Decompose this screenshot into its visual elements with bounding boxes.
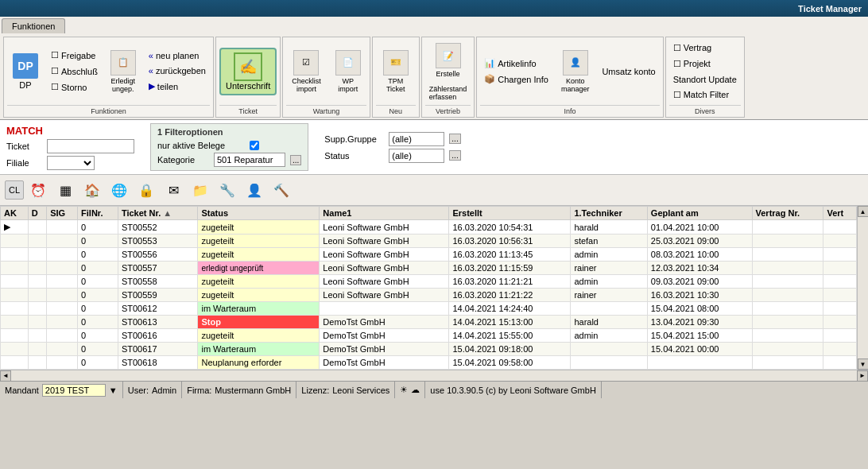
dp-button[interactable]: DP DP [7,49,44,94]
table-row[interactable]: 0ST00559zugeteiltLeoni Software GmbH16.0… [1,289,857,302]
col-vertrag: Vertrag Nr. [752,207,823,220]
standort-update-button[interactable]: Standort Update [669,72,741,87]
vertrag-button[interactable]: ☐ Vertrag [669,41,741,56]
table-row[interactable]: 0ST00616zugeteiltDemoTst GmbH14.04.2021 … [1,329,857,343]
scroll-right-button[interactable]: ► [857,370,868,382]
storno-button[interactable]: ☐ Storno [47,79,102,95]
user-segment: User: Admin [123,382,182,398]
wrench-icon-button[interactable]: 🔧 [215,177,240,203]
freigabe-checkbox: ☐ [51,50,59,60]
neu-planen-button[interactable]: « neu planen [145,48,210,63]
table-cell: harald [571,220,647,234]
mandant-dropdown-icon[interactable]: ▼ [109,386,118,395]
scroll-up-button[interactable]: ▲ [858,206,869,217]
match-filter-button[interactable]: ☐ Match Filter [669,87,741,103]
folder-icon-button[interactable]: 📁 [188,177,213,203]
tab-row: Funktionen [0,17,868,33]
freigabe-button[interactable]: ☐ Freigabe [47,48,102,63]
table-header-row: AK D SIG FilNr. Ticket Nr. ▲ Status Name… [1,207,857,220]
table-container[interactable]: AK D SIG FilNr. Ticket Nr. ▲ Status Name… [0,206,857,370]
table-cell: Neuplanung erforder [198,356,320,370]
ribbon-group-wartung: ☑ Checklistimport 📄 WPimport Wartung [282,37,370,118]
erledigt-ungep-button[interactable]: 📋 Erledigtungep. [105,46,141,97]
vertrieb-items: 📝 Erstelle Zählerstanderfassen [425,39,471,103]
funktionen-tab[interactable]: Funktionen [2,18,65,33]
toolbar-area: Funktionen DP DP ☐ Freigabe ☐ [0,17,868,120]
dp-icon: DP [13,53,38,79]
supp-gruppe-input[interactable] [389,132,444,146]
user-icon-button[interactable]: 👤 [242,177,267,203]
table-row[interactable]: 0ST00556zugeteiltLeoni Software GmbH16.0… [1,248,857,262]
col-d: D [28,207,47,220]
table-cell [28,302,47,316]
konto-manager-button[interactable]: 👤 Kontomanager [556,46,595,97]
erstelle-button[interactable]: 📝 Erstelle [425,39,471,82]
wp-import-button[interactable]: 📄 WPimport [330,46,366,97]
kategorie-input[interactable] [214,153,285,167]
nur-aktive-label: nur aktive Belege [157,141,245,150]
table-cell [1,316,29,329]
table-row[interactable]: 0ST00553zugeteiltLeoni Software GmbH16.0… [1,234,857,248]
kategorie-expand-button[interactable]: ... [290,155,301,165]
table-cell [28,234,47,248]
wp-col: 📄 WPimport [330,46,366,97]
table-cell: Leoni Software GmbH [320,234,449,248]
checklist-import-button[interactable]: ☑ Checklistimport [286,46,327,97]
table-row[interactable]: 0ST00617im WarteraumDemoTst GmbH15.04.20… [1,343,857,356]
scroll-htrack[interactable] [11,370,857,381]
home-icon-button[interactable]: 🏠 [79,177,105,203]
teilen-button[interactable]: ▶ teilen [145,79,210,94]
table-row[interactable]: 0ST00618Neuplanung erforderDemoTst GmbH1… [1,356,857,370]
projekt-button[interactable]: ☐ Projekt [669,56,741,72]
unterschrift-label: Unterschrift [226,81,270,91]
chargen-info-button[interactable]: 📦 Chargen Info [480,72,552,87]
ticket-input[interactable] [47,139,134,153]
table-cell [647,356,752,370]
supp-gruppe-expand-button[interactable]: ... [449,134,460,144]
status-input[interactable] [389,149,444,163]
table-row[interactable]: 0ST00558zugeteiltLeoni Software GmbH16.0… [1,275,857,289]
table-row[interactable]: 0ST00612im Warteraum14.04.2021 14:24:401… [1,302,857,316]
artikelinfo-button[interactable]: 📊 Artikelinfo [480,56,552,71]
tool-icon-button[interactable]: 🔨 [269,177,294,203]
col-ticket: Ticket Nr. ▲ [118,207,198,220]
table-cell [28,316,47,329]
umsatz-konto-button[interactable]: Umsatz konto [598,64,659,79]
horizontal-scrollbar[interactable]: ◄ ► [0,370,868,381]
table-cell [752,262,823,275]
table-cell [47,262,78,275]
table-row[interactable]: 0ST00613StopDemoTst GmbH14.04.2021 15:13… [1,316,857,329]
table-row[interactable]: ▶0ST00552zugeteiltLeoni Software GmbH16.… [1,220,857,234]
table-cell [47,316,78,329]
wp-label: WPimport [338,77,358,93]
tpm-ticket-button[interactable]: 🎫 TPMTicket [378,46,414,97]
mandant-label: Mandant [5,386,39,395]
scroll-down-button[interactable]: ▼ [858,359,869,370]
dp-label: DP [19,80,31,90]
ribbon-group-items: DP DP ☐ Freigabe ☐ Abschluß ☐ Storno [7,39,210,103]
vertical-scrollbar[interactable]: ▲ ▼ [857,206,868,370]
scroll-left-button[interactable]: ◄ [0,370,11,382]
status-expand-button[interactable]: ... [449,150,460,161]
abschluss-button[interactable]: ☐ Abschluß [47,64,102,79]
table-cell: ST00559 [118,289,198,302]
zurueckgeben-button[interactable]: « zurückgeben [145,64,210,78]
mail-icon-button[interactable]: ✉ [161,177,186,203]
globe-icon-button[interactable]: 🌐 [107,177,132,203]
table-row[interactable]: 0ST00557erledigt ungeprüftLeoni Software… [1,262,857,275]
table-cell [28,289,47,302]
unterschrift-button[interactable]: ✍ Unterschrift [219,48,277,95]
lock-icon-button[interactable]: 🔒 [134,177,159,203]
filiale-select[interactable] [47,156,95,170]
zaehlerstand-button[interactable]: Zählerstanderfassen [425,83,471,103]
nur-aktive-checkbox[interactable] [250,141,259,150]
grid-icon-button[interactable]: ▦ [52,177,78,203]
table-cell: ST00553 [118,234,198,248]
cl-button[interactable]: CL [5,180,24,200]
mandant-input[interactable] [42,384,106,397]
table-cell [1,262,29,275]
checklist-label: Checklistimport [292,77,321,93]
scroll-track[interactable] [858,217,868,359]
clock-icon-button[interactable]: ⏰ [25,177,51,203]
erstelle-icon: 📝 [436,43,461,68]
